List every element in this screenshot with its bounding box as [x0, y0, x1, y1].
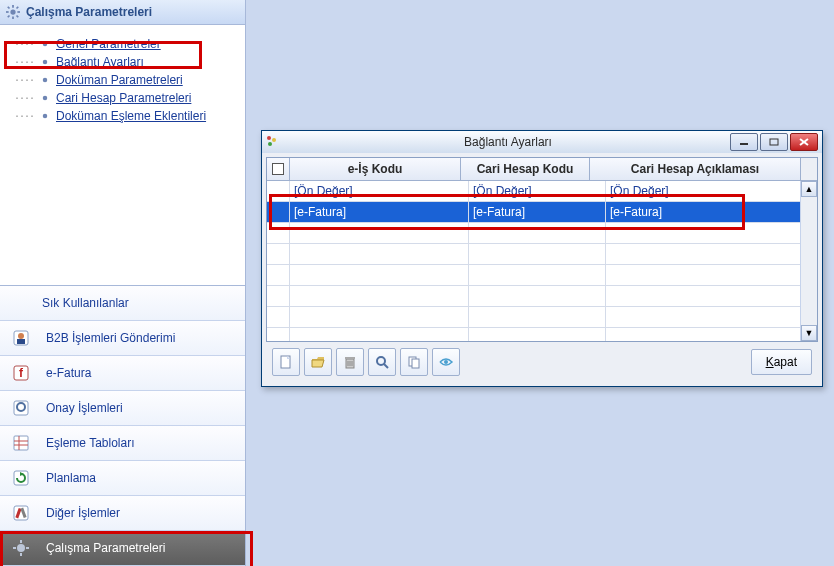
svg-point-35 — [267, 136, 271, 140]
sidebar: Çalışma Parametreleri ···· Genel Paramet… — [0, 0, 246, 566]
svg-point-12 — [43, 96, 48, 101]
grid-header: e-İş Kodu Cari Hesap Kodu Cari Hesap Açı… — [267, 158, 817, 181]
sidebar-nav: Sık Kullanılanlar B2B İşlemleri Gönderim… — [0, 285, 245, 566]
tools-icon — [10, 502, 32, 524]
window-buttons — [730, 133, 818, 151]
grid-body: [Ön Değer] [Ön Değer] [Ön Değer] [e-Fatu… — [267, 181, 817, 341]
stamp-icon — [10, 397, 32, 419]
search-button[interactable] — [368, 348, 396, 376]
svg-point-10 — [43, 60, 48, 65]
grid-empty-row[interactable] — [267, 265, 817, 286]
svg-rect-39 — [770, 139, 778, 145]
vertical-scrollbar[interactable]: ▲ ▼ — [800, 181, 817, 341]
svg-line-7 — [17, 7, 19, 9]
svg-point-11 — [43, 78, 48, 83]
person-icon — [10, 327, 32, 349]
nav-onay[interactable]: Onay İşlemleri — [0, 391, 245, 426]
maximize-button[interactable] — [760, 133, 788, 151]
open-button[interactable] — [304, 348, 332, 376]
new-button[interactable] — [272, 348, 300, 376]
tree-item-genel[interactable]: ···· Genel Parametreler — [6, 35, 239, 53]
sidebar-spacer — [0, 131, 245, 285]
svg-point-15 — [18, 333, 24, 339]
svg-point-30 — [17, 544, 25, 552]
gear-icon — [38, 91, 52, 105]
window-title: Bağlantı Ayarları — [286, 135, 730, 149]
svg-rect-52 — [412, 359, 419, 368]
grid-empty-row[interactable] — [267, 244, 817, 265]
delete-button[interactable] — [336, 348, 364, 376]
tree-item-baglanti[interactable]: ···· Bağlantı Ayarları — [6, 53, 239, 71]
column-header-cari-kodu[interactable]: Cari Hesap Kodu — [461, 158, 590, 180]
preview-button[interactable] — [432, 348, 460, 376]
column-header-cari-aciklama[interactable]: Cari Hesap Açıklaması — [590, 158, 801, 180]
data-grid: e-İş Kodu Cari Hesap Kodu Cari Hesap Açı… — [266, 157, 818, 342]
grid-empty-row[interactable] — [267, 286, 817, 307]
sidebar-tree: ···· Genel Parametreler ···· Bağlantı Ay… — [0, 25, 245, 131]
titlebar[interactable]: Bağlantı Ayarları — [262, 131, 822, 153]
window-body: e-İş Kodu Cari Hesap Kodu Cari Hesap Açı… — [262, 153, 822, 386]
grid-filter-row[interactable]: [Ön Değer] [Ön Değer] [Ön Değer] — [267, 181, 817, 202]
nav-calisma-parametreleri[interactable]: Çalışma Parametreleri — [0, 531, 245, 566]
svg-line-6 — [17, 16, 19, 18]
grid-empty-row[interactable] — [267, 223, 817, 244]
grid-empty-row[interactable] — [267, 307, 817, 328]
gear-icon — [10, 537, 32, 559]
minimize-button[interactable] — [730, 133, 758, 151]
grid-empty-row[interactable] — [267, 328, 817, 341]
sidebar-title: Çalışma Parametreleri — [26, 5, 152, 19]
gear-icon — [6, 5, 20, 19]
svg-point-53 — [444, 360, 448, 364]
gear-icon — [38, 73, 52, 87]
gear-icon — [38, 55, 52, 69]
efatura-icon: f — [10, 362, 32, 384]
svg-point-36 — [272, 138, 276, 142]
tree-item-cari-hesap[interactable]: ···· Cari Hesap Parametreleri — [6, 89, 239, 107]
scroll-down-icon[interactable]: ▼ — [801, 325, 817, 341]
nav-b2b[interactable]: B2B İşlemleri Gönderimi — [0, 321, 245, 356]
svg-line-5 — [8, 7, 10, 9]
nav-esleme[interactable]: Eşleme Tabloları — [0, 426, 245, 461]
svg-rect-21 — [14, 436, 28, 450]
svg-line-50 — [384, 364, 388, 368]
nav-sik-kullanilanlar[interactable]: Sık Kullanılanlar — [0, 286, 245, 321]
gear-icon — [38, 109, 52, 123]
nav-planlama[interactable]: Planlama — [0, 461, 245, 496]
app-root: Çalışma Parametreleri ···· Genel Paramet… — [0, 0, 834, 566]
inner-window: Bağlantı Ayarları e-İş Kodu Cari Hesap K… — [261, 130, 823, 387]
scroll-up-icon[interactable]: ▲ — [801, 181, 817, 197]
sidebar-header: Çalışma Parametreleri — [0, 0, 245, 25]
svg-rect-27 — [14, 506, 28, 520]
nav-diger[interactable]: Diğer İşlemler — [0, 496, 245, 531]
tree-item-dokuman-param[interactable]: ···· Doküman Parametreleri — [6, 71, 239, 89]
svg-point-0 — [10, 9, 15, 14]
window-toolbar: Kapat — [266, 342, 818, 382]
refresh-icon — [10, 467, 32, 489]
svg-point-49 — [377, 357, 385, 365]
grid-row-selected[interactable]: [e-Fatura] [e-Fatura] [e-Fatura] — [267, 202, 817, 223]
kapat-button[interactable]: Kapat — [751, 349, 812, 375]
traffic-light-icon — [266, 135, 280, 149]
column-header-eis[interactable]: e-İş Kodu — [290, 158, 461, 180]
window-close-button[interactable] — [790, 133, 818, 151]
gear-icon — [38, 37, 52, 51]
svg-rect-45 — [345, 357, 355, 359]
copy-button[interactable] — [400, 348, 428, 376]
svg-point-13 — [43, 114, 48, 119]
select-all-checkbox[interactable] — [267, 158, 290, 180]
tree-item-dokuman-esleme[interactable]: ···· Doküman Eşleme Eklentileri — [6, 107, 239, 125]
svg-rect-16 — [17, 339, 25, 344]
nav-efatura[interactable]: f e-Fatura — [0, 356, 245, 391]
svg-point-9 — [43, 42, 48, 47]
svg-line-8 — [8, 16, 10, 18]
table-icon — [10, 432, 32, 454]
svg-point-37 — [268, 142, 272, 146]
workarea: Bağlantı Ayarları e-İş Kodu Cari Hesap K… — [246, 0, 834, 566]
